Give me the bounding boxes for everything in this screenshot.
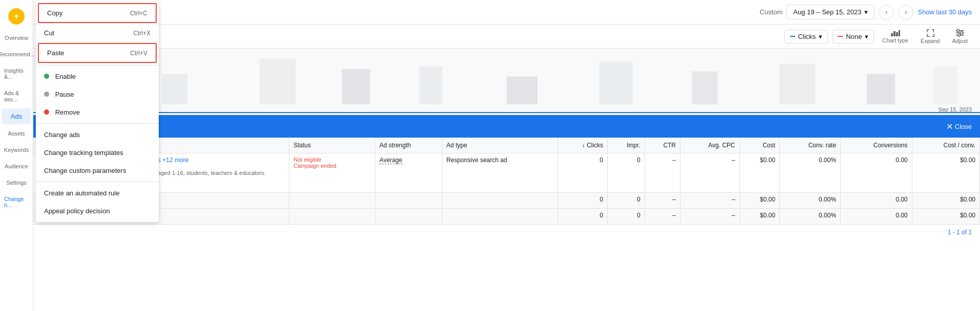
impr-value: 0	[637, 157, 641, 164]
cell-status: Not eligibleCampaign ended	[289, 153, 375, 193]
total-adgroup-row: Total: Ad group ⓘ 0 0 – – $0.00 0.00% 0.…	[33, 209, 980, 225]
automated-rule-label: Create an automated rule	[44, 189, 119, 197]
adjust-label: Adjust	[952, 38, 968, 44]
clicks-value: 0	[600, 157, 603, 164]
cell-ad-type: Responsive search ad	[442, 153, 558, 193]
col-cost[interactable]: Cost	[739, 138, 779, 153]
chart-toolbar: Clicks ▾ None ▾ Chart type Expand	[33, 25, 980, 49]
sidebar-item-assets[interactable]: Assets	[2, 126, 31, 141]
total-view-cost: $0.00	[739, 193, 779, 209]
col-ctr[interactable]: CTR	[645, 138, 680, 153]
sidebar-item-ads-assets[interactable]: Ads & ass...	[2, 86, 31, 106]
cell-avg-cpc: –	[680, 153, 740, 193]
add-button[interactable]: +	[8, 8, 25, 25]
close-button[interactable]: ✕ Close	[946, 122, 972, 131]
col-impr[interactable]: Impr.	[607, 138, 645, 153]
menu-item-appeal-policy[interactable]: Appeal policy decision	[36, 202, 159, 220]
svg-rect-13	[342, 69, 370, 104]
menu-item-remove[interactable]: Remove	[36, 103, 159, 121]
main-content: Custom Aug 19 – Sep 15, 2023 ▾ ‹ › Show …	[33, 0, 980, 240]
total-adgroup-clicks: 0	[558, 209, 607, 225]
sidebar-item-insights[interactable]: Insights &...	[2, 63, 31, 84]
chart-type-label: Chart type	[882, 37, 908, 43]
svg-rect-12	[260, 59, 295, 104]
show-last-link[interactable]: Show last 30 days	[918, 8, 972, 16]
menu-divider-3	[36, 182, 159, 182]
table-container: d Status Ad strength Ad type ↓ Clicks	[33, 138, 980, 225]
sidebar-item-settings[interactable]: Settings	[2, 175, 31, 190]
menu-item-cut[interactable]: Cut Ctrl+X	[36, 24, 159, 42]
ctr-value: –	[672, 157, 676, 164]
total-adgroup-strength	[375, 209, 442, 225]
col-cost-conv[interactable]: Cost / conv.	[912, 138, 979, 153]
next-date-button[interactable]: ›	[898, 5, 913, 20]
menu-item-pause[interactable]: Pause	[36, 85, 159, 103]
date-range-value: Aug 19 – Sep 15, 2023	[793, 8, 861, 16]
change-hist-label: Change h...	[4, 196, 29, 208]
enable-label: Enable	[55, 73, 76, 80]
sidebar-item-recommendations[interactable]: Recommend...	[2, 47, 31, 61]
sidebar-item-keywords[interactable]: Keywords	[2, 143, 31, 157]
total-view-clicks: 0	[558, 193, 607, 209]
context-menu: Copy Ctrl+C Cut Ctrl+X Paste Ctrl+V Enab…	[36, 0, 159, 222]
chart-type-button[interactable]: Chart type	[878, 27, 912, 46]
menu-item-automated-rule[interactable]: Create an automated rule	[36, 184, 159, 202]
col-ad-type[interactable]: Ad type	[442, 138, 558, 153]
ads-table: d Status Ad strength Ad type ↓ Clicks	[33, 138, 980, 225]
menu-item-copy[interactable]: Copy Ctrl+C	[38, 3, 157, 23]
total-adgroup-conversions: 0.00	[841, 209, 912, 225]
conv-rate-value: 0.00%	[819, 157, 836, 164]
menu-item-change-custom[interactable]: Change custom parameters	[36, 162, 159, 180]
cell-ctr: –	[645, 153, 680, 193]
sidebar-item-audience[interactable]: Audience	[2, 159, 31, 173]
col-avg-cpc[interactable]: Avg. CPC	[680, 138, 740, 153]
menu-divider-2	[36, 123, 159, 124]
close-x-icon: ✕	[946, 122, 953, 131]
total-view-ctr: –	[645, 193, 680, 209]
cell-ad-strength: Average	[375, 153, 442, 193]
total-view-conv-rate: 0.00%	[780, 193, 841, 209]
change-custom-label: Change custom parameters	[44, 167, 126, 174]
pagination: 1 - 1 of 1	[33, 225, 980, 240]
chart-date-right: Sep 15, 2023	[939, 106, 972, 113]
total-adgroup-cost: $0.00	[739, 209, 779, 225]
sidebar-item-overview[interactable]: Overview	[2, 31, 31, 45]
col-conv-rate[interactable]: Conv. rate	[780, 138, 841, 153]
sidebar-item-change-history[interactable]: Change h...	[2, 192, 31, 212]
menu-item-change-ads[interactable]: Change ads	[36, 126, 159, 144]
prev-date-button[interactable]: ‹	[879, 5, 894, 20]
cell-conversions: 0.00	[841, 153, 912, 193]
col-conversions[interactable]: Conversions	[841, 138, 912, 153]
close-label: Close	[955, 123, 972, 130]
svg-rect-16	[599, 61, 632, 104]
pause-icon-wrapper: Pause	[44, 91, 74, 98]
action-bar: Edit ▾ Label ▾ ✕ Close	[33, 115, 980, 138]
chart-area: 23 Sep 15, 2023	[33, 49, 980, 115]
expand-label: Expand	[921, 38, 940, 44]
total-adgroup-type	[442, 209, 558, 225]
menu-item-change-tracking[interactable]: Change tracking templates	[36, 144, 159, 162]
metric1-label: Clicks	[798, 33, 816, 40]
sidebar-item-ads[interactable]: Ads	[2, 108, 31, 124]
col-clicks[interactable]: ↓ Clicks	[558, 138, 607, 153]
chart-svg	[33, 49, 980, 115]
total-adgroup-conv-rate: 0.00%	[780, 209, 841, 225]
metric2-button[interactable]: None ▾	[832, 30, 874, 43]
table-header-row: d Status Ad strength Ad type ↓ Clicks	[33, 138, 980, 153]
top-bar-right: Custom Aug 19 – Sep 15, 2023 ▾ ‹ › Show …	[760, 5, 972, 20]
expand-button[interactable]: Expand	[917, 27, 944, 46]
col-ad-strength[interactable]: Ad strength	[375, 138, 442, 153]
date-range-button[interactable]: Aug 19 – Sep 15, 2023 ▾	[786, 5, 875, 19]
enable-status-icon	[44, 74, 49, 79]
overview-label: Overview	[5, 35, 28, 41]
metric1-button[interactable]: Clicks ▾	[784, 30, 828, 43]
enable-icon-wrapper: Enable	[44, 73, 76, 80]
svg-point-9	[957, 34, 960, 36]
adjust-button[interactable]: Adjust	[948, 27, 972, 46]
total-view-row: Total: Ads in your current view ⓘ 0 0 – …	[33, 193, 980, 209]
col-status[interactable]: Status	[289, 138, 375, 153]
menu-item-paste[interactable]: Paste Ctrl+V	[38, 43, 157, 63]
total-adgroup-cost-conv: $0.00	[912, 209, 979, 225]
menu-item-enable[interactable]: Enable	[36, 68, 159, 85]
avg-cpc-value: –	[732, 157, 735, 164]
